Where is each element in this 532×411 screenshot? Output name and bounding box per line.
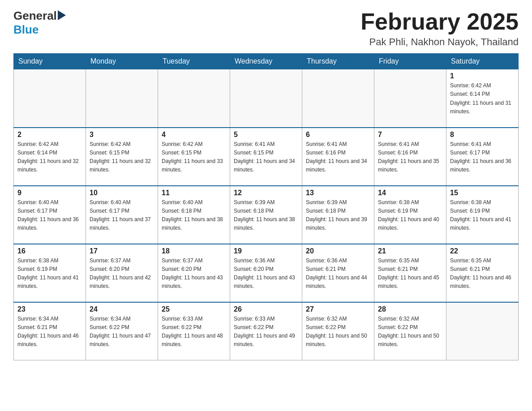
day-number: 25 xyxy=(162,305,226,313)
day-sun-info: Sunrise: 6:36 AMSunset: 6:21 PMDaylight:… xyxy=(306,257,370,291)
day-number: 7 xyxy=(378,131,442,139)
day-sun-info: Sunrise: 6:37 AMSunset: 6:20 PMDaylight:… xyxy=(90,257,154,291)
header-thursday: Thursday xyxy=(302,54,374,69)
day-number: 18 xyxy=(162,247,226,255)
calendar-day-cell: 3Sunrise: 6:42 AMSunset: 6:15 PMDaylight… xyxy=(86,128,158,186)
day-sun-info: Sunrise: 6:41 AMSunset: 6:17 PMDaylight:… xyxy=(450,140,515,175)
day-sun-info: Sunrise: 6:39 AMSunset: 6:18 PMDaylight:… xyxy=(306,198,370,233)
calendar-day-cell: 22Sunrise: 6:35 AMSunset: 6:21 PMDayligh… xyxy=(446,244,519,302)
calendar-day-cell: 27Sunrise: 6:32 AMSunset: 6:22 PMDayligh… xyxy=(302,302,374,360)
calendar-day-cell: 18Sunrise: 6:37 AMSunset: 6:20 PMDayligh… xyxy=(158,244,230,302)
calendar-day-cell xyxy=(446,302,519,360)
day-sun-info: Sunrise: 6:32 AMSunset: 6:22 PMDaylight:… xyxy=(306,315,370,349)
day-sun-info: Sunrise: 6:40 AMSunset: 6:17 PMDaylight:… xyxy=(17,198,82,233)
logo: General Blue xyxy=(13,9,66,37)
day-number: 27 xyxy=(306,305,370,313)
day-number: 28 xyxy=(378,305,442,313)
day-sun-info: Sunrise: 6:42 AMSunset: 6:15 PMDaylight:… xyxy=(162,140,226,175)
calendar-week-3: 9Sunrise: 6:40 AMSunset: 6:17 PMDaylight… xyxy=(14,186,519,244)
day-sun-info: Sunrise: 6:42 AMSunset: 6:14 PMDaylight:… xyxy=(450,81,515,116)
calendar-day-cell: 8Sunrise: 6:41 AMSunset: 6:17 PMDaylight… xyxy=(446,128,519,186)
day-number: 9 xyxy=(17,189,82,197)
day-number: 12 xyxy=(234,189,298,197)
calendar-day-cell xyxy=(14,69,86,128)
calendar-day-cell: 2Sunrise: 6:42 AMSunset: 6:14 PMDaylight… xyxy=(14,128,86,186)
header-wednesday: Wednesday xyxy=(230,54,302,69)
day-sun-info: Sunrise: 6:40 AMSunset: 6:18 PMDaylight:… xyxy=(162,198,226,233)
day-sun-info: Sunrise: 6:41 AMSunset: 6:16 PMDaylight:… xyxy=(378,140,442,175)
calendar-day-cell: 25Sunrise: 6:33 AMSunset: 6:22 PMDayligh… xyxy=(158,302,230,360)
calendar-day-cell: 13Sunrise: 6:39 AMSunset: 6:18 PMDayligh… xyxy=(302,186,374,244)
day-sun-info: Sunrise: 6:33 AMSunset: 6:22 PMDaylight:… xyxy=(234,315,298,349)
calendar-day-cell: 26Sunrise: 6:33 AMSunset: 6:22 PMDayligh… xyxy=(230,302,302,360)
day-number: 10 xyxy=(90,189,154,197)
location-subtitle: Pak Phli, Nakhon Nayok, Thailand xyxy=(360,36,519,48)
calendar-day-cell: 4Sunrise: 6:42 AMSunset: 6:15 PMDaylight… xyxy=(158,128,230,186)
day-sun-info: Sunrise: 6:35 AMSunset: 6:21 PMDaylight:… xyxy=(378,257,442,291)
day-sun-info: Sunrise: 6:41 AMSunset: 6:16 PMDaylight:… xyxy=(306,140,370,175)
header-monday: Monday xyxy=(86,54,158,69)
calendar-day-cell: 12Sunrise: 6:39 AMSunset: 6:18 PMDayligh… xyxy=(230,186,302,244)
day-number: 20 xyxy=(306,247,370,255)
day-number: 11 xyxy=(162,189,226,197)
day-sun-info: Sunrise: 6:33 AMSunset: 6:22 PMDaylight:… xyxy=(162,315,226,349)
day-number: 16 xyxy=(17,247,82,255)
calendar-day-cell: 6Sunrise: 6:41 AMSunset: 6:16 PMDaylight… xyxy=(302,128,374,186)
day-number: 13 xyxy=(306,189,370,197)
day-sun-info: Sunrise: 6:42 AMSunset: 6:15 PMDaylight:… xyxy=(90,140,154,175)
weekday-header-row: Sunday Monday Tuesday Wednesday Thursday… xyxy=(14,54,519,69)
calendar-day-cell: 28Sunrise: 6:32 AMSunset: 6:22 PMDayligh… xyxy=(374,302,446,360)
day-number: 22 xyxy=(450,247,515,255)
calendar-day-cell: 16Sunrise: 6:38 AMSunset: 6:19 PMDayligh… xyxy=(14,244,86,302)
calendar-day-cell: 10Sunrise: 6:40 AMSunset: 6:17 PMDayligh… xyxy=(86,186,158,244)
day-number: 26 xyxy=(234,305,298,313)
day-sun-info: Sunrise: 6:42 AMSunset: 6:14 PMDaylight:… xyxy=(17,140,82,175)
calendar-day-cell: 20Sunrise: 6:36 AMSunset: 6:21 PMDayligh… xyxy=(302,244,374,302)
calendar-day-cell: 23Sunrise: 6:34 AMSunset: 6:21 PMDayligh… xyxy=(14,302,86,360)
day-sun-info: Sunrise: 6:38 AMSunset: 6:19 PMDaylight:… xyxy=(378,198,442,233)
header-saturday: Saturday xyxy=(446,54,519,69)
calendar-day-cell: 5Sunrise: 6:41 AMSunset: 6:15 PMDaylight… xyxy=(230,128,302,186)
calendar-week-4: 16Sunrise: 6:38 AMSunset: 6:19 PMDayligh… xyxy=(14,244,519,302)
calendar-day-cell xyxy=(158,69,230,128)
page-header: General Blue February 2025 Pak Phli, Nak… xyxy=(13,9,519,48)
calendar-day-cell xyxy=(374,69,446,128)
header-tuesday: Tuesday xyxy=(158,54,230,69)
day-number: 17 xyxy=(90,247,154,255)
day-number: 23 xyxy=(17,305,82,313)
day-sun-info: Sunrise: 6:34 AMSunset: 6:21 PMDaylight:… xyxy=(17,315,82,349)
calendar-day-cell: 15Sunrise: 6:38 AMSunset: 6:19 PMDayligh… xyxy=(446,186,519,244)
calendar-table: Sunday Monday Tuesday Wednesday Thursday… xyxy=(13,53,519,360)
calendar-week-2: 2Sunrise: 6:42 AMSunset: 6:14 PMDaylight… xyxy=(14,128,519,186)
day-number: 8 xyxy=(450,131,515,139)
day-sun-info: Sunrise: 6:32 AMSunset: 6:22 PMDaylight:… xyxy=(378,315,442,349)
day-sun-info: Sunrise: 6:34 AMSunset: 6:22 PMDaylight:… xyxy=(90,315,154,349)
day-sun-info: Sunrise: 6:41 AMSunset: 6:15 PMDaylight:… xyxy=(234,140,298,175)
day-number: 2 xyxy=(17,131,82,139)
day-number: 24 xyxy=(90,305,154,313)
day-sun-info: Sunrise: 6:36 AMSunset: 6:20 PMDaylight:… xyxy=(234,257,298,291)
logo-general-text: General xyxy=(13,9,57,23)
calendar-week-1: 1Sunrise: 6:42 AMSunset: 6:14 PMDaylight… xyxy=(14,69,519,128)
day-sun-info: Sunrise: 6:38 AMSunset: 6:19 PMDaylight:… xyxy=(17,257,82,291)
calendar-day-cell: 19Sunrise: 6:36 AMSunset: 6:20 PMDayligh… xyxy=(230,244,302,302)
day-sun-info: Sunrise: 6:40 AMSunset: 6:17 PMDaylight:… xyxy=(90,198,154,233)
header-friday: Friday xyxy=(374,54,446,69)
logo-arrow-icon xyxy=(58,10,66,22)
calendar-day-cell xyxy=(302,69,374,128)
month-title: February 2025 xyxy=(360,9,519,34)
day-sun-info: Sunrise: 6:37 AMSunset: 6:20 PMDaylight:… xyxy=(162,257,226,291)
day-number: 21 xyxy=(378,247,442,255)
day-sun-info: Sunrise: 6:35 AMSunset: 6:21 PMDaylight:… xyxy=(450,257,515,291)
day-number: 15 xyxy=(450,189,515,197)
calendar-day-cell: 9Sunrise: 6:40 AMSunset: 6:17 PMDaylight… xyxy=(14,186,86,244)
day-sun-info: Sunrise: 6:38 AMSunset: 6:19 PMDaylight:… xyxy=(450,198,515,233)
calendar-day-cell: 14Sunrise: 6:38 AMSunset: 6:19 PMDayligh… xyxy=(374,186,446,244)
day-number: 19 xyxy=(234,247,298,255)
title-section: February 2025 Pak Phli, Nakhon Nayok, Th… xyxy=(360,9,519,48)
calendar-day-cell xyxy=(86,69,158,128)
day-number: 6 xyxy=(306,131,370,139)
day-number: 3 xyxy=(90,131,154,139)
calendar-day-cell: 1Sunrise: 6:42 AMSunset: 6:14 PMDaylight… xyxy=(446,69,519,128)
day-number: 5 xyxy=(234,131,298,139)
